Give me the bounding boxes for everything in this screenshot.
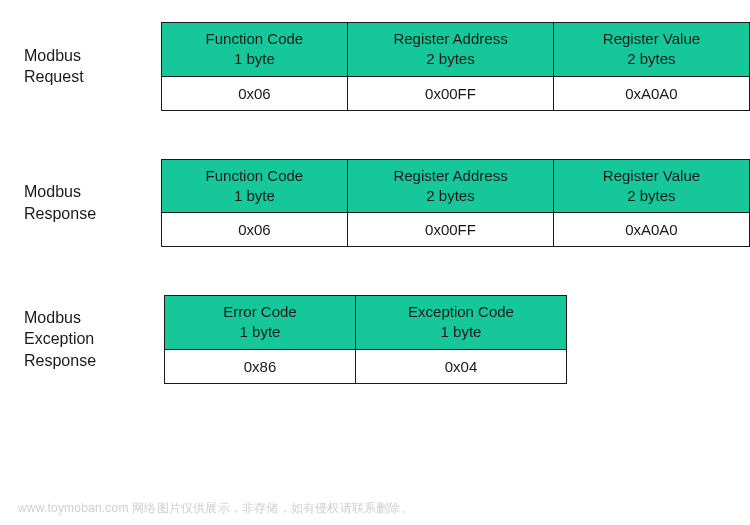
field-size: 1 byte (234, 187, 275, 204)
modbus-exception-table: Error Code 1 byte Exception Code 1 byte … (164, 295, 567, 384)
header-cell: Exception Code 1 byte (356, 296, 567, 350)
section-label: ModbusExceptionResponse (0, 307, 164, 372)
field-size: 1 byte (240, 323, 281, 340)
header-cell: Function Code 1 byte (161, 23, 348, 77)
modbus-exception-section: ModbusExceptionResponse Error Code 1 byt… (0, 295, 750, 384)
modbus-request-table: Function Code 1 byte Register Address 2 … (161, 22, 750, 111)
section-label: ModbusResponse (0, 181, 161, 224)
watermark-text: www.toymoban.com 网络图片仅供展示，非存储，如有侵权请联系删除。 (18, 500, 413, 517)
field-name: Register Address (393, 30, 507, 47)
field-name: Function Code (206, 30, 304, 47)
modbus-request-section: ModbusRequest Function Code 1 byte Regis… (0, 22, 750, 111)
header-cell: Register Address 2 bytes (348, 23, 554, 77)
field-name: Error Code (223, 303, 296, 320)
header-cell: Register Address 2 bytes (348, 159, 554, 213)
field-name: Register Value (603, 167, 700, 184)
value-cell: 0xA0A0 (553, 213, 749, 247)
value-cell: 0x06 (161, 213, 348, 247)
field-size: 2 bytes (627, 50, 675, 67)
field-size: 2 bytes (627, 187, 675, 204)
value-cell: 0x00FF (348, 76, 554, 110)
header-cell: Function Code 1 byte (161, 159, 348, 213)
field-name: Function Code (206, 167, 304, 184)
field-name: Register Address (393, 167, 507, 184)
value-cell: 0x00FF (348, 213, 554, 247)
section-label: ModbusRequest (0, 45, 161, 88)
modbus-response-section: ModbusResponse Function Code 1 byte Regi… (0, 159, 750, 248)
field-size: 1 byte (441, 323, 482, 340)
value-cell: 0x86 (165, 349, 356, 383)
value-cell: 0x06 (161, 76, 348, 110)
header-cell: Register Value 2 bytes (553, 159, 749, 213)
field-size: 2 bytes (426, 187, 474, 204)
field-name: Exception Code (408, 303, 514, 320)
field-size: 2 bytes (426, 50, 474, 67)
header-cell: Register Value 2 bytes (553, 23, 749, 77)
field-name: Register Value (603, 30, 700, 47)
header-cell: Error Code 1 byte (165, 296, 356, 350)
field-size: 1 byte (234, 50, 275, 67)
value-cell: 0xA0A0 (553, 76, 749, 110)
modbus-response-table: Function Code 1 byte Register Address 2 … (161, 159, 750, 248)
value-cell: 0x04 (356, 349, 567, 383)
